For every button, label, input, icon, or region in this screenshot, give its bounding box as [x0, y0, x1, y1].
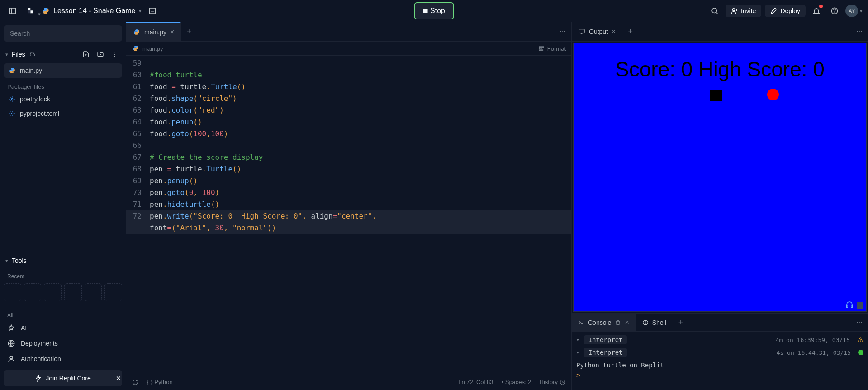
history-button[interactable]: History	[540, 379, 566, 385]
close-icon[interactable]: ×	[170, 28, 174, 36]
food-dot	[767, 89, 779, 100]
tools-header[interactable]: ▾ Tools	[4, 253, 122, 268]
main: Search ▾ Files main.py Packager files po…	[0, 22, 868, 390]
close-icon[interactable]: ×	[612, 28, 616, 36]
recent-placeholder[interactable]	[44, 283, 62, 301]
file-item[interactable]: main.py	[4, 63, 122, 78]
invite-button[interactable]: Invite	[726, 5, 761, 17]
file-icon	[9, 110, 15, 117]
breadcrumb-file[interactable]: main.py	[142, 45, 163, 52]
code-line[interactable]: 67# Create the score display	[126, 152, 571, 163]
timestamp: 4m on 16:39:59, 03/15	[776, 337, 850, 343]
recent-placeholder[interactable]	[4, 283, 21, 301]
help-icon[interactable]	[827, 4, 842, 18]
close-icon[interactable]: ✕	[114, 373, 123, 384]
line-number: 61	[126, 81, 150, 93]
recent-placeholder[interactable]	[24, 283, 42, 301]
tool-label: AI	[21, 324, 27, 332]
files-label: Files	[12, 51, 25, 58]
line-number: 66	[126, 140, 150, 152]
code-line[interactable]: 64food.penup()	[126, 116, 571, 128]
output-canvas[interactable]: Score: 0 High Score: 0	[573, 43, 867, 312]
bell-icon[interactable]	[809, 4, 824, 18]
new-folder-icon[interactable]	[95, 49, 106, 60]
new-file-icon[interactable]	[81, 49, 91, 60]
tool-item-authentication[interactable]: Authentication	[4, 351, 122, 366]
invite-icon	[731, 7, 738, 14]
chevron-down-icon: ▾	[576, 350, 579, 356]
add-tab-button[interactable]: +	[622, 27, 638, 36]
join-core-banner[interactable]: Join Replit Core ✕	[4, 370, 122, 386]
code-content: food = turtle.Turtle()	[150, 81, 571, 93]
file-name: main.py	[20, 67, 42, 74]
line-number: 60	[126, 69, 150, 81]
console-tabs: Console × Shell + ⋯	[572, 314, 868, 332]
console-body[interactable]: ▾Interpret4m on 16:39:59, 03/15▾Interpre…	[572, 332, 868, 390]
tab-output[interactable]: Output ×	[572, 22, 622, 41]
code-line[interactable]: 66	[126, 140, 571, 152]
spaces-indicator[interactable]: • Spaces: 2	[502, 379, 531, 385]
trash-icon[interactable]	[615, 319, 621, 326]
code-editor[interactable]: 5960#food turtle61food = turtle.Turtle()…	[126, 56, 571, 374]
code-line[interactable]: 60#food turtle	[126, 69, 571, 81]
file-item[interactable]: pyproject.toml	[4, 106, 122, 121]
tabs-more-icon[interactable]: ⋯	[851, 319, 868, 326]
code-line[interactable]: 71pen.hideturtle()	[126, 199, 571, 210]
code-line[interactable]: 61food = turtle.Turtle()	[126, 81, 571, 93]
status-bar: { } Python Ln 72, Col 83 • Spaces: 2 His…	[126, 374, 571, 390]
search-input[interactable]: Search	[4, 25, 122, 42]
tab-shell[interactable]: Shell	[636, 314, 673, 331]
right-pane: Output × + ⋯ Score: 0 High Score: 0 Cons…	[572, 22, 868, 390]
svg-point-10	[732, 9, 735, 11]
files-header[interactable]: ▾ Files	[4, 45, 122, 63]
code-line[interactable]: 69pen.penup()	[126, 175, 571, 187]
tabs-more-icon[interactable]: ⋯	[851, 28, 868, 35]
user-menu[interactable]: AY ▾	[845, 5, 863, 17]
project-settings-icon[interactable]	[145, 4, 160, 18]
format-button[interactable]: Format	[538, 45, 566, 52]
project-title[interactable]: Lesson 14 - Snake Game ▾	[42, 7, 142, 15]
tool-icon	[7, 339, 15, 347]
close-icon[interactable]: ×	[625, 319, 629, 327]
file-item[interactable]: poetry.lock	[4, 92, 122, 106]
code-line[interactable]: 70pen.goto(0, 100)	[126, 187, 571, 199]
code-line[interactable]: 72pen.write("Score: 0 High Score: 0", al…	[126, 210, 571, 222]
tool-icon	[7, 355, 15, 363]
tab-console[interactable]: Console ×	[572, 314, 636, 331]
headphone-icon[interactable]	[845, 300, 854, 309]
layout-sidebar-icon[interactable]	[5, 4, 20, 18]
refresh-icon[interactable]	[132, 379, 139, 386]
console-row[interactable]: ▾Interpret4m on 16:39:59, 03/15	[576, 333, 863, 346]
replit-logo-icon[interactable]: ▾	[24, 4, 38, 18]
search-icon[interactable]	[707, 4, 722, 18]
tabs-more-icon[interactable]: ⋯	[554, 28, 571, 35]
code-line[interactable]: 68pen = turtle.Turtle()	[126, 163, 571, 175]
recent-placeholder[interactable]	[104, 283, 122, 301]
language-indicator[interactable]: { } Python	[147, 379, 173, 385]
tab-main-py[interactable]: main.py ×	[126, 22, 181, 41]
tool-item-ai[interactable]: AI	[4, 320, 122, 336]
deploy-button[interactable]: Deploy	[765, 5, 806, 17]
code-line[interactable]: font=("Arial", 30, "normal"))	[126, 222, 571, 234]
add-tab-button[interactable]: +	[673, 318, 689, 327]
resize-handle[interactable]	[857, 302, 863, 309]
code-content: pen.write("Score: 0 High Score: 0", alig…	[150, 210, 571, 222]
code-line[interactable]: 63food.color("red")	[126, 105, 571, 116]
svg-rect-30	[579, 29, 584, 33]
stop-button[interactable]: Stop	[414, 2, 454, 19]
code-line[interactable]: 62food.shape("circle")	[126, 93, 571, 105]
recent-placeholder[interactable]	[85, 283, 102, 301]
tool-icon	[7, 324, 15, 332]
code-content: #food turtle	[150, 69, 571, 81]
console-row[interactable]: ▾Interpret4s on 16:44:31, 03/15	[576, 346, 863, 359]
add-tab-button[interactable]: +	[181, 27, 197, 36]
code-line[interactable]: 65food.goto(100,100)	[126, 128, 571, 140]
timestamp: 4s on 16:44:31, 03/15	[777, 349, 851, 356]
more-icon[interactable]	[109, 49, 120, 60]
recent-placeholder[interactable]	[64, 283, 82, 301]
svg-rect-28	[539, 50, 543, 51]
code-line[interactable]: 59	[126, 57, 571, 69]
tool-item-deployments[interactable]: Deployments	[4, 336, 122, 351]
python-icon	[42, 7, 50, 15]
cursor-position[interactable]: Ln 72, Col 83	[458, 379, 493, 385]
